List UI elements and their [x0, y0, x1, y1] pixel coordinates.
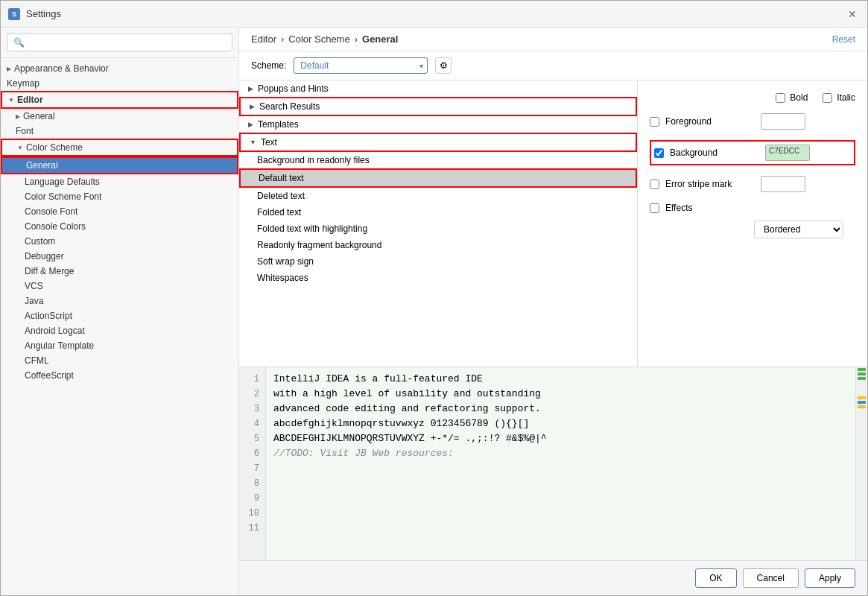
settings-window: S Settings ✕ ▶ Appearance & Behavior Key…	[0, 0, 868, 596]
tree-item-folded-text-hl[interactable]: Folded text with highlighting	[239, 221, 637, 237]
sidebar-item-label: Android Logcat	[25, 326, 85, 336]
tree-item-label: Deleted text	[257, 191, 305, 201]
line-numbers: 1 2 3 4 5 6 7 8 9 10 11	[239, 367, 266, 560]
sidebar-item-label: Color Scheme Font	[25, 191, 101, 202]
tree-item-whitespaces[interactable]: Whitespaces	[239, 270, 637, 286]
effects-label: Effects	[665, 203, 755, 213]
error-stripe-checkbox[interactable]	[650, 180, 659, 189]
sidebar-item-cfml[interactable]: CFML	[1, 353, 238, 368]
search-input[interactable]	[7, 34, 232, 51]
sidebar-item-keymap[interactable]: Keymap	[1, 76, 238, 91]
code-line: ABCDEFGHIJKLMNOPQRSTUVWXYZ +-*/= .,;:!? …	[273, 431, 848, 446]
arrow-icon: ▶	[16, 113, 20, 120]
close-button[interactable]: ✕	[845, 7, 860, 22]
properties-panel: Bold Italic Foreground	[638, 80, 867, 367]
tree-item-templates[interactable]: ▶ Templates	[239, 116, 637, 133]
sidebar-item-label: Font	[16, 126, 34, 136]
foreground-label: Foreground	[665, 116, 755, 127]
bold-checkbox[interactable]	[776, 93, 785, 103]
sidebar-item-lang-defaults[interactable]: Language Defaults	[1, 174, 238, 189]
sidebar-item-console-colors[interactable]: Console Colors	[1, 219, 238, 234]
sidebar-item-label: Keymap	[7, 78, 39, 89]
background-checkbox[interactable]	[654, 148, 664, 158]
code-line: abcdefghijklmnopqrstuvwxyz 0123456789 ()…	[273, 416, 848, 431]
background-color-value: C7EDCC	[766, 145, 802, 156]
tree-item-label: Search Results	[259, 101, 320, 112]
tree-item-search-results[interactable]: ▶ Search Results	[239, 97, 637, 116]
breadcrumb-bar: Editor › Color Scheme › General Reset	[239, 28, 867, 51]
gear-icon[interactable]: ⚙	[435, 57, 452, 74]
tree-item-folded-text[interactable]: Folded text	[239, 204, 637, 221]
sidebar-item-android-logcat[interactable]: Android Logcat	[1, 323, 238, 338]
sidebar-item-font[interactable]: Font	[1, 124, 238, 139]
sidebar-item-coffeescript[interactable]: CoffeeScript	[1, 368, 238, 383]
foreground-color-swatch[interactable]	[761, 113, 805, 130]
background-color-swatch[interactable]: C7EDCC	[765, 145, 810, 161]
sidebar-item-vcs[interactable]: VCS	[1, 279, 238, 294]
sidebar-item-general[interactable]: ▶ General	[1, 109, 238, 124]
ok-button[interactable]: OK	[695, 568, 736, 588]
gutter-mark	[858, 372, 866, 375]
window-title: Settings	[26, 8, 61, 19]
foreground-checkbox[interactable]	[650, 117, 659, 127]
nav-tree: ▶ Appearance & Behavior Keymap ▼ Editor …	[1, 58, 238, 595]
error-stripe-row: Error stripe mark	[650, 176, 855, 192]
tree-item-deleted-text[interactable]: Deleted text	[239, 188, 637, 204]
sidebar-item-label: CFML	[25, 355, 49, 366]
background-row: Background C7EDCC	[650, 140, 855, 165]
tree-item-default-text[interactable]: Default text	[239, 168, 637, 188]
tree-item-soft-wrap[interactable]: Soft wrap sign	[239, 253, 637, 270]
app-icon: S	[8, 8, 20, 20]
sidebar-item-appearance[interactable]: ▶ Appearance & Behavior	[1, 61, 238, 76]
code-view: IntelliJ IDEA is a full-featured IDE wit…	[266, 367, 855, 560]
foreground-row: Foreground	[650, 113, 855, 130]
sidebar-item-debugger[interactable]: Debugger	[1, 249, 238, 264]
sidebar-item-custom[interactable]: Custom	[1, 234, 238, 249]
right-gutter	[855, 367, 867, 560]
line-num: 3	[245, 402, 259, 416]
sidebar-item-console-font[interactable]: Console Font	[1, 204, 238, 219]
breadcrumb-general: General	[362, 34, 398, 45]
preview-area: 1 2 3 4 5 6 7 8 9 10 11 IntelliJ IDEA is…	[239, 367, 867, 560]
italic-checkbox[interactable]	[823, 93, 832, 103]
effects-checkbox[interactable]	[650, 203, 659, 213]
reset-link[interactable]: Reset	[832, 34, 855, 45]
sidebar-item-label: VCS	[25, 281, 43, 291]
tree-item-label: Folded text	[257, 207, 301, 218]
scheme-select[interactable]: Default Darcula High contrast IntelliJ L…	[294, 57, 428, 74]
code-line: //TODO: Visit JB Web resources:	[273, 446, 848, 461]
arrow-icon: ▶	[250, 103, 255, 110]
tree-item-label: Text	[261, 137, 277, 148]
breadcrumb: Editor › Color Scheme › General	[251, 34, 398, 45]
scheme-select-wrap: Default Darcula High contrast IntelliJ L…	[294, 57, 428, 74]
preview-content: 1 2 3 4 5 6 7 8 9 10 11 IntelliJ IDEA is…	[239, 367, 867, 560]
content-area: Editor › Color Scheme › General Reset Sc…	[239, 28, 867, 595]
apply-button[interactable]: Apply	[805, 568, 855, 588]
sidebar-item-diff-merge[interactable]: Diff & Merge	[1, 264, 238, 279]
sidebar-item-color-scheme[interactable]: ▼ Color Scheme	[1, 139, 238, 156]
effects-dropdown[interactable]: Bordered	[754, 221, 843, 238]
sidebar-item-actionscript[interactable]: ActionScript	[1, 308, 238, 323]
sidebar-item-editor[interactable]: ▼ Editor	[1, 91, 238, 109]
line-num: 5	[245, 431, 259, 446]
line-num: 7	[245, 461, 259, 476]
gutter-mark	[858, 405, 866, 408]
code-line: IntelliJ IDEA is a full-featured IDE	[273, 372, 848, 387]
error-stripe-color-swatch[interactable]	[761, 176, 805, 192]
tree-item-popups[interactable]: ▶ Popups and Hints	[239, 80, 637, 97]
tree-item-readonly-fragment[interactable]: Readonly fragment background	[239, 237, 637, 253]
line-num: 6	[245, 446, 259, 461]
gutter-mark	[858, 401, 866, 404]
sidebar-item-label: Angular Template	[25, 340, 94, 351]
sidebar-item-cs-general[interactable]: General	[1, 156, 238, 174]
arrow-icon: ▼	[250, 139, 256, 146]
sidebar-item-cs-font[interactable]: Color Scheme Font	[1, 189, 238, 204]
tree-item-bg-readonly[interactable]: Background in readonly files	[239, 152, 637, 168]
cancel-button[interactable]: Cancel	[743, 568, 799, 588]
sidebar-item-java[interactable]: Java	[1, 294, 238, 308]
tree-item-text[interactable]: ▼ Text	[239, 133, 637, 152]
editor-area: ▶ Popups and Hints ▶ Search Results ▶ Te…	[239, 80, 867, 367]
scheme-label: Scheme:	[251, 60, 286, 71]
sidebar-item-angular-template[interactable]: Angular Template	[1, 338, 238, 353]
breadcrumb-editor: Editor	[251, 34, 276, 45]
